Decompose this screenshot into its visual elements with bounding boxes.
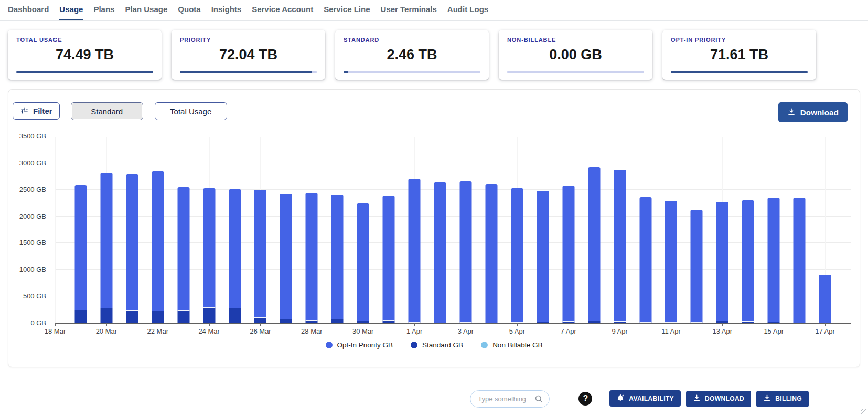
nav-item-plans[interactable]: Plans bbox=[93, 0, 115, 20]
bar-segment-opt-in-priority bbox=[537, 191, 549, 322]
download-icon bbox=[763, 394, 771, 403]
bar-segment-standard bbox=[691, 322, 703, 323]
billing-button[interactable]: BILLING bbox=[756, 391, 809, 407]
download-icon bbox=[693, 394, 701, 403]
top-nav: DashboardUsagePlansPlan UsageQuotaInsigh… bbox=[0, 0, 868, 21]
nav-item-insights[interactable]: Insights bbox=[211, 0, 242, 20]
bar-segment-standard bbox=[716, 321, 728, 323]
bar-1-apr[interactable] bbox=[409, 179, 421, 323]
bar-24-mar[interactable] bbox=[203, 188, 215, 323]
bar-5-apr[interactable] bbox=[511, 188, 523, 323]
bar-27-mar[interactable] bbox=[280, 194, 292, 323]
x-axis-label: 3 Apr bbox=[458, 327, 474, 335]
y-axis-label: 3000 GB bbox=[8, 159, 46, 167]
availability-button[interactable]: AVAILABILITY bbox=[609, 390, 681, 407]
bar-30-mar[interactable] bbox=[357, 203, 369, 323]
bar-22-mar[interactable] bbox=[152, 171, 164, 323]
usage-chart: 0 GB500 GB1000 GB1500 GB2000 GB2500 GB30… bbox=[8, 137, 860, 349]
bar-segment-standard bbox=[177, 310, 189, 323]
bar-segment-opt-in-priority bbox=[100, 173, 112, 308]
legend-dot bbox=[326, 342, 333, 348]
bar-19-mar[interactable] bbox=[74, 185, 87, 323]
legend-item-non-billable-gb: Non Billable GB bbox=[481, 341, 542, 349]
bar-segment-standard bbox=[357, 321, 369, 323]
resize-grip[interactable] bbox=[861, 409, 867, 415]
view-button-standard[interactable]: Standard bbox=[71, 102, 143, 120]
bar-segment-opt-in-priority bbox=[716, 202, 728, 321]
bar-segment-standard bbox=[639, 322, 651, 323]
bar-10-apr[interactable] bbox=[639, 197, 651, 323]
bar-segment-opt-in-priority bbox=[665, 201, 677, 322]
nav-item-service-line[interactable]: Service Line bbox=[323, 0, 370, 20]
stat-card-opt-in-priority: OPT-IN PRIORITY71.61 TB bbox=[662, 30, 816, 80]
bar-26-mar[interactable] bbox=[254, 190, 266, 323]
bar-21-mar[interactable] bbox=[126, 174, 138, 323]
chart-plot[interactable]: 0 GB500 GB1000 GB1500 GB2000 GB2500 GB30… bbox=[55, 137, 851, 324]
download-button[interactable]: DOWNLOAD bbox=[686, 391, 751, 407]
nav-item-usage[interactable]: Usage bbox=[59, 0, 83, 20]
stat-card-total-usage: TOTAL USAGE74.49 TB bbox=[8, 30, 162, 80]
bar-20-mar[interactable] bbox=[100, 173, 112, 323]
bar-29-mar[interactable] bbox=[331, 195, 344, 323]
nav-item-quota[interactable]: Quota bbox=[177, 0, 201, 20]
bar-4-apr[interactable] bbox=[485, 184, 497, 323]
y-gridline bbox=[55, 216, 851, 217]
bar-11-apr[interactable] bbox=[665, 201, 677, 323]
nav-item-audit-logs[interactable]: Audit Logs bbox=[447, 0, 489, 20]
y-axis-label: 1500 GB bbox=[8, 239, 46, 247]
bar-segment-standard bbox=[588, 321, 600, 323]
bar-14-apr[interactable] bbox=[742, 200, 754, 323]
bar-2-apr[interactable] bbox=[434, 182, 446, 323]
bar-segment-opt-in-priority bbox=[280, 194, 292, 319]
bar-segment-opt-in-priority bbox=[459, 181, 471, 322]
y-axis-label: 0 GB bbox=[8, 319, 46, 327]
bar-15-apr[interactable] bbox=[768, 198, 780, 323]
bar-8-apr[interactable] bbox=[588, 167, 600, 323]
y-axis-label: 500 GB bbox=[8, 292, 46, 300]
bar-13-apr[interactable] bbox=[716, 202, 728, 323]
stat-card-progress-fill bbox=[16, 71, 153, 73]
x-axis-label: 18 Mar bbox=[45, 327, 66, 335]
nav-item-user-terminals[interactable]: User Terminals bbox=[380, 0, 437, 20]
footer-buttons: AVAILABILITYDOWNLOADBILLING bbox=[604, 390, 809, 407]
bar-segment-opt-in-priority bbox=[511, 188, 523, 322]
nav-item-service-account[interactable]: Service Account bbox=[251, 0, 314, 20]
bar-segment-standard bbox=[562, 321, 574, 323]
stat-card-label: STANDARD bbox=[344, 37, 480, 43]
bar-9-apr[interactable] bbox=[614, 170, 626, 323]
bar-segment-standard bbox=[203, 307, 215, 324]
stat-card-progress-fill bbox=[671, 71, 808, 73]
help-button[interactable]: ? bbox=[578, 392, 592, 406]
x-axis-label: 13 Apr bbox=[713, 327, 733, 335]
bar-segment-opt-in-priority bbox=[177, 187, 189, 310]
bar-segment-standard bbox=[229, 308, 241, 323]
bar-7-apr[interactable] bbox=[562, 186, 574, 323]
bar-segment-standard bbox=[434, 323, 446, 323]
chart-legend: Opt-In Priority GBStandard GBNon Billabl… bbox=[8, 341, 860, 349]
bar-segment-opt-in-priority bbox=[434, 182, 446, 323]
bar-segment-standard bbox=[383, 320, 395, 323]
bar-31-mar[interactable] bbox=[383, 196, 395, 323]
footer-button-label: AVAILABILITY bbox=[629, 395, 674, 402]
bar-16-apr[interactable] bbox=[794, 198, 806, 323]
bar-12-apr[interactable] bbox=[691, 210, 703, 323]
nav-item-dashboard[interactable]: Dashboard bbox=[7, 0, 49, 20]
y-gridline bbox=[55, 136, 851, 136]
bar-segment-standard bbox=[409, 322, 421, 323]
bar-segment-opt-in-priority bbox=[485, 184, 497, 323]
bar-segment-standard bbox=[100, 308, 112, 323]
filter-label: Filter bbox=[33, 106, 52, 115]
bar-23-mar[interactable] bbox=[177, 187, 189, 323]
bar-segment-opt-in-priority bbox=[742, 200, 754, 322]
bar-17-apr[interactable] bbox=[819, 275, 831, 323]
bar-6-apr[interactable] bbox=[537, 191, 549, 323]
y-axis-label: 1000 GB bbox=[8, 265, 46, 273]
bar-25-mar[interactable] bbox=[229, 189, 241, 323]
bar-3-apr[interactable] bbox=[459, 181, 471, 323]
bar-segment-standard bbox=[537, 322, 549, 323]
nav-item-plan-usage[interactable]: Plan Usage bbox=[124, 0, 168, 20]
filter-button[interactable]: Filter bbox=[13, 102, 60, 120]
download-button[interactable]: Download bbox=[778, 102, 848, 122]
view-button-total-usage[interactable]: Total Usage bbox=[155, 102, 227, 120]
bar-28-mar[interactable] bbox=[306, 193, 318, 323]
